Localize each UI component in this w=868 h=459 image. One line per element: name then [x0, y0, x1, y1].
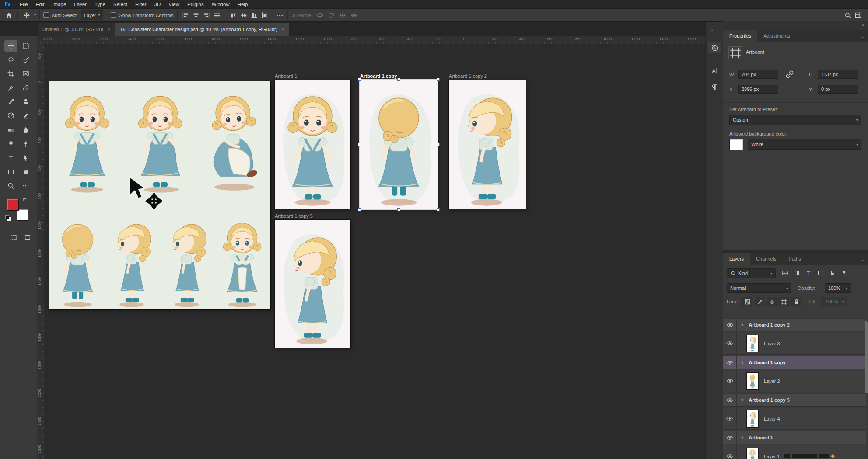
character-panel-icon[interactable]: A	[708, 65, 721, 76]
type-tool[interactable]: T	[4, 152, 18, 163]
visibility-eye-icon[interactable]	[723, 319, 737, 331]
artboard-1-copy-5[interactable]	[275, 220, 350, 348]
lasso-tool[interactable]	[4, 54, 18, 66]
layer-filter-kind-dropdown[interactable]: Kind ▾	[727, 268, 776, 278]
selection-handle-w[interactable]	[358, 143, 361, 146]
layers-scrollbar-thumb[interactable]	[864, 321, 868, 393]
chevron-down-icon[interactable]: ∨	[741, 435, 744, 440]
search-icon[interactable]	[843, 10, 853, 21]
layer-thumbnail[interactable]	[746, 448, 759, 459]
type-filter-icon[interactable]: T	[805, 270, 813, 278]
tab-layers[interactable]: Layers	[723, 253, 750, 265]
blend-mode-dropdown[interactable]: Normal ▾	[727, 283, 791, 293]
swap-colors-icon[interactable]: ⇄	[23, 197, 29, 203]
workspace-icon[interactable]	[853, 10, 864, 21]
selection-handle-s[interactable]	[397, 208, 400, 211]
paragraph-panel-icon[interactable]	[708, 81, 721, 93]
dist-top-icon[interactable]	[229, 11, 238, 20]
adjustment-filter-icon[interactable]	[794, 270, 802, 278]
align-right-icon[interactable]	[202, 11, 211, 20]
menu-item-help[interactable]: Help	[234, 1, 252, 7]
layer-row-layer-2[interactable]: Layer 2	[723, 370, 866, 392]
link-dimensions-icon[interactable]	[785, 70, 794, 79]
path-selection-tool[interactable]	[19, 152, 32, 163]
panel-menu-icon[interactable]: ≡	[861, 33, 864, 39]
healing-brush-tool[interactable]	[19, 82, 32, 94]
default-colors-icon[interactable]	[5, 215, 9, 219]
pin-filter-icon[interactable]	[841, 270, 849, 278]
visibility-eye-icon[interactable]	[723, 356, 737, 369]
menu-item-file[interactable]: File	[16, 1, 32, 7]
smart-object-filter-icon[interactable]	[829, 270, 837, 278]
align-center-h-icon[interactable]	[192, 11, 200, 20]
selection-handle-n[interactable]	[397, 78, 400, 81]
menu-item-plugins[interactable]: Plugins	[183, 1, 208, 7]
menu-item-view[interactable]: View	[164, 1, 183, 7]
quick-selection-tool[interactable]	[19, 54, 32, 66]
hand-tool[interactable]	[19, 166, 32, 177]
show-transform-checkbox[interactable]	[111, 12, 116, 18]
chevron-down-icon[interactable]: ∨	[741, 360, 744, 365]
home-icon[interactable]	[4, 10, 14, 21]
artboard-group-row-artboard-1[interactable]: ∨Artboard 1	[723, 431, 866, 444]
zoom-tool[interactable]	[4, 180, 18, 191]
height-field[interactable]: 1137 px	[818, 70, 858, 79]
visibility-eye-icon[interactable]	[723, 370, 737, 392]
artboard-label-artboard-1-copy-2[interactable]: Artboard 1 copy 2	[449, 73, 487, 79]
document-tab-1[interactable]: Untitled-1 @ 33.3% (RGB/8)×	[38, 23, 115, 36]
move-tool[interactable]	[4, 40, 18, 52]
lock-transparent-icon[interactable]	[742, 297, 752, 306]
selection-handle-sw[interactable]	[358, 208, 361, 211]
visibility-eye-icon[interactable]	[723, 431, 737, 444]
preset-dropdown[interactable]: Custom ▾	[729, 115, 861, 125]
clone-stamp-tool[interactable]	[19, 96, 32, 108]
crop-tool[interactable]	[4, 68, 18, 80]
artboard-1-copy-2[interactable]	[449, 80, 526, 209]
background-color-swatch[interactable]	[17, 209, 28, 221]
pixel-filter-icon[interactable]	[782, 270, 790, 278]
marquee-tool[interactable]	[19, 40, 32, 52]
chevron-down-icon[interactable]: ∨	[741, 323, 744, 327]
edit-toolbar-tool[interactable]	[19, 180, 32, 191]
opacity-field[interactable]: 100% ▾	[825, 283, 851, 293]
lock-all-icon[interactable]	[791, 297, 801, 306]
selection-handle-nw[interactable]	[358, 78, 361, 81]
layer-thumbnail[interactable]	[746, 410, 759, 428]
brush-tool[interactable]	[4, 96, 18, 108]
artboard-selection[interactable]	[359, 79, 438, 210]
dist-bottom-icon[interactable]	[250, 11, 259, 20]
tab-paths[interactable]: Paths	[783, 253, 807, 265]
rectangle-tool[interactable]	[4, 166, 18, 177]
selection-handle-se[interactable]	[437, 208, 440, 211]
move-tool-icon[interactable]	[21, 10, 32, 21]
fill-field[interactable]: 100% ▾	[822, 297, 847, 306]
layer-thumbnail[interactable]	[746, 335, 759, 352]
close-icon[interactable]: ×	[281, 27, 284, 32]
menu-item-filter[interactable]: Filter	[131, 1, 150, 7]
blur-tool[interactable]	[19, 124, 32, 136]
dodge-tool[interactable]	[4, 138, 18, 150]
artboard-group-row-artboard-1-copy-5[interactable]: ∨Artboard 1 copy 5	[723, 393, 866, 407]
width-field[interactable]: 704 px	[738, 70, 778, 79]
history-panel-icon[interactable]	[708, 42, 721, 53]
artboard-bg-color-dropdown[interactable]: White ▾	[748, 139, 861, 150]
x-field[interactable]: 2896 px	[738, 85, 778, 94]
menu-item-3d[interactable]: 3D	[150, 1, 165, 7]
gradient-tool[interactable]	[4, 124, 18, 136]
tab-channels[interactable]: Channels	[750, 253, 782, 265]
lock-artboard-icon[interactable]	[779, 297, 789, 306]
menu-item-window[interactable]: Window	[208, 1, 234, 7]
auto-select-checkbox[interactable]	[43, 12, 49, 18]
menu-item-select[interactable]: Select	[109, 1, 131, 7]
artboard-bg-color-swatch[interactable]	[729, 139, 743, 150]
pen-tool[interactable]	[19, 138, 32, 150]
artboard-label-artboard-1-copy-5[interactable]: Artboard 1 copy 5	[275, 213, 313, 219]
tab-properties[interactable]: Properties	[723, 30, 757, 42]
dist-h-icon[interactable]	[260, 11, 269, 20]
close-icon[interactable]: ×	[107, 27, 110, 32]
lock-paint-icon[interactable]	[755, 297, 764, 306]
artboard-label-artboard-1[interactable]: Artboard 1	[275, 73, 297, 79]
more-options-button[interactable]: •••	[276, 13, 284, 18]
menu-item-layer[interactable]: Layer	[70, 1, 91, 7]
layer-row-layer-3[interactable]: Layer 3	[723, 333, 866, 355]
